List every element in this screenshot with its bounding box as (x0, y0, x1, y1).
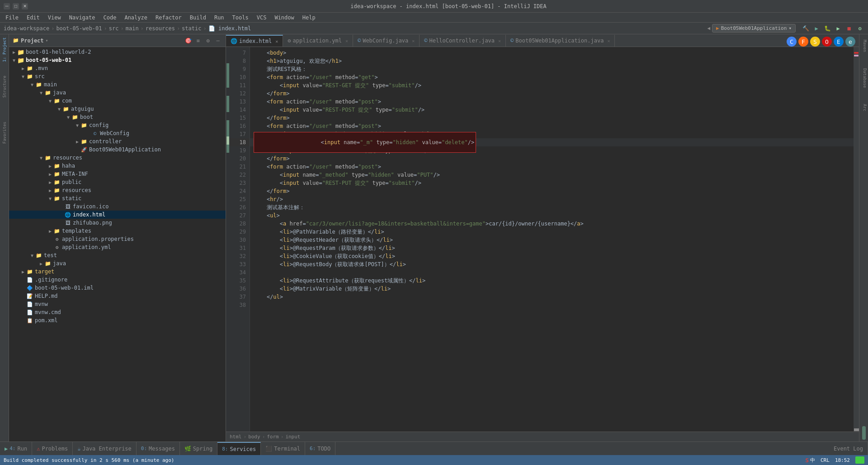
tree-item-appprops[interactable]: ⚙ application.properties (9, 235, 226, 243)
tab-terminal[interactable]: ⬛ Terminal (261, 442, 305, 456)
tab-close[interactable]: ✕ (412, 38, 415, 43)
breadcrumb-file[interactable]: 📄 index.html (208, 25, 251, 32)
sidebar-favorites-icon[interactable]: Favorites (0, 119, 9, 146)
tree-item-metainf[interactable]: ▶ 📁 META-INF (9, 170, 226, 178)
menu-analyze[interactable]: Analyze (121, 14, 151, 22)
tab-close[interactable]: ✕ (345, 38, 348, 43)
breadcrumb-static[interactable]: static (182, 25, 201, 32)
sidebar-structure-icon[interactable]: Structure (0, 73, 9, 100)
menu-tools[interactable]: Tools (229, 14, 252, 22)
tab-hellocontroller[interactable]: © HelloController.java ✕ (420, 35, 506, 47)
tree-item-src[interactable]: ▼ 📁 src (9, 72, 226, 80)
right-tab-database[interactable]: Database (860, 65, 868, 91)
menu-vcs[interactable]: VCS (253, 14, 270, 22)
tree-item-mvnwcmd[interactable]: 📄 mvnw.cmd (9, 308, 226, 316)
menu-navigate[interactable]: Navigate (66, 14, 99, 22)
tree-item-resources[interactable]: ▼ 📁 resources (9, 154, 226, 162)
tab-javaee[interactable]: ☕ Java Enterprise (73, 442, 137, 456)
tree-item-com[interactable]: ▼ 📁 com (9, 97, 226, 105)
tree-item-main[interactable]: ▼ 📁 main (9, 80, 226, 89)
settings-icon[interactable]: ⚙ (855, 24, 864, 33)
tree-item-mvn[interactable]: ▶ 📁 .mvn (9, 64, 226, 72)
tree-item-atguigu[interactable]: ▼ 📁 atguigu (9, 105, 226, 113)
tab-close[interactable]: ✕ (498, 38, 501, 43)
build-icon[interactable]: 🔨 (801, 24, 810, 33)
tree-item-webconfig[interactable]: © WebConfig (9, 129, 226, 137)
run-icon[interactable]: ▶ (812, 24, 821, 33)
tree-item-public[interactable]: ▶ 📁 public (9, 178, 226, 186)
safari-icon[interactable]: S (810, 37, 820, 47)
tab-run[interactable]: ▶ 4: Run (0, 442, 32, 456)
tab-close[interactable]: ✕ (607, 38, 610, 43)
back-button[interactable]: ◀ (707, 25, 710, 31)
sidebar-project-icon[interactable]: 1: Project (0, 36, 9, 63)
tree-item-resources-sub[interactable]: ▶ 📁 resources (9, 186, 226, 194)
gear-icon[interactable]: ⚙ (204, 37, 212, 45)
menu-run[interactable]: Run (211, 14, 228, 22)
tab-todo[interactable]: 6: TODO (305, 442, 335, 456)
tree-item-bootapp[interactable]: 🚀 Boot05Web01Application (9, 146, 226, 154)
tree-item-target[interactable]: ▶ 📁 target (9, 268, 226, 276)
breadcrumb-src[interactable]: src (109, 25, 119, 32)
tree-item-templates[interactable]: ▶ 📁 templates (9, 227, 226, 235)
stop-icon[interactable]: ■ (844, 24, 854, 33)
tab-bootapp[interactable]: © Boot05Web01Application.java ✕ (506, 35, 615, 47)
firefox-icon[interactable]: F (798, 37, 808, 47)
menu-view[interactable]: View (44, 14, 65, 22)
tree-item-boot01[interactable]: ▶ 📁 boot-01-helloworld-2 (9, 48, 226, 56)
collapse-icon[interactable]: ≡ (194, 37, 202, 45)
tab-indexhtml[interactable]: 🌐 index.html ✕ (226, 35, 283, 47)
breadcrumb-resources[interactable]: resources (146, 25, 175, 32)
tree-item-haha[interactable]: ▶ 📁 haha (9, 162, 226, 170)
tree-item-pom[interactable]: 📋 pom.xml (9, 316, 226, 324)
tree-item-java[interactable]: ▼ 📁 java (9, 89, 226, 97)
locate-icon[interactable]: 🎯 (184, 37, 192, 45)
tree-item-mvnw[interactable]: 📄 mvnw (9, 300, 226, 308)
tree-item-indexhtml[interactable]: 🌐 index.html (9, 211, 226, 219)
edge-icon[interactable]: E (834, 37, 844, 47)
menu-help[interactable]: Help (299, 14, 319, 22)
tree-item-test-java[interactable]: ▶ 📁 java (9, 259, 226, 268)
menu-code[interactable]: Code (100, 14, 120, 22)
chrome-icon[interactable]: C (787, 37, 797, 47)
maximize-button[interactable]: □ (13, 3, 19, 9)
tree-item-controller[interactable]: ▶ 📁 controller (9, 137, 226, 146)
tree-item-iml[interactable]: 🔷 boot-05-web-01.iml (9, 284, 226, 292)
coverage-icon[interactable]: ▶ (834, 24, 843, 33)
tab-appyml[interactable]: ⚙ application.yml ✕ (283, 35, 353, 47)
debug-icon[interactable]: 🐛 (823, 24, 832, 33)
tree-item-config[interactable]: ▼ 📁 config (9, 121, 226, 129)
tab-services[interactable]: 8: Services (217, 442, 261, 456)
electron-icon[interactable]: e (845, 37, 855, 47)
tree-item-gitignore[interactable]: 📄 .gitignore (9, 276, 226, 284)
tree-item-appyml[interactable]: ⚙ application.yml (9, 243, 226, 251)
encoding-status[interactable]: CRL (821, 457, 830, 463)
menu-window[interactable]: Window (271, 14, 297, 22)
run-config-selector[interactable]: ▶ Boot05Web01Application ▾ (712, 24, 796, 33)
menu-build[interactable]: Build (186, 14, 210, 22)
minimize-button[interactable]: ─ (4, 3, 10, 9)
close-button[interactable]: ✕ (22, 3, 28, 9)
tab-close[interactable]: ✕ (275, 39, 278, 44)
tree-item-boot05[interactable]: ▼ 📁 boot-05-web-01 (9, 56, 226, 64)
window-controls[interactable]: ─ □ ✕ (4, 3, 28, 9)
git-icon[interactable]: S 中 (805, 457, 815, 464)
hide-icon[interactable]: — (214, 37, 222, 45)
tab-spring[interactable]: 🌿 Spring (180, 442, 217, 456)
tab-eventlog[interactable]: Event Log (829, 442, 868, 456)
tree-item-test[interactable]: ▼ 📁 test (9, 251, 226, 259)
menu-file[interactable]: File (2, 14, 22, 22)
right-tab-maven[interactable]: Maven (860, 36, 868, 56)
breadcrumb-project[interactable]: boot-05-web-01 (56, 25, 102, 32)
menu-refactor[interactable]: Refactor (152, 14, 185, 22)
right-tab-arc[interactable]: Arc (860, 100, 868, 115)
tree-item-favicon[interactable]: 🖼 favicon.ico (9, 202, 226, 211)
tab-messages[interactable]: 0: Messages (137, 442, 180, 456)
tree-item-help[interactable]: 📝 HELP.md (9, 292, 226, 300)
breadcrumb-main[interactable]: main (126, 25, 139, 32)
tree-item-zhifubao[interactable]: 🖼 zhifubao.png (9, 219, 226, 227)
tree-item-boot[interactable]: ▼ 📁 boot (9, 113, 226, 121)
menu-edit[interactable]: Edit (23, 14, 43, 22)
breadcrumb-workspace[interactable]: idea-workspace (4, 25, 49, 32)
tab-problems[interactable]: ⚠ Problems (32, 442, 73, 456)
